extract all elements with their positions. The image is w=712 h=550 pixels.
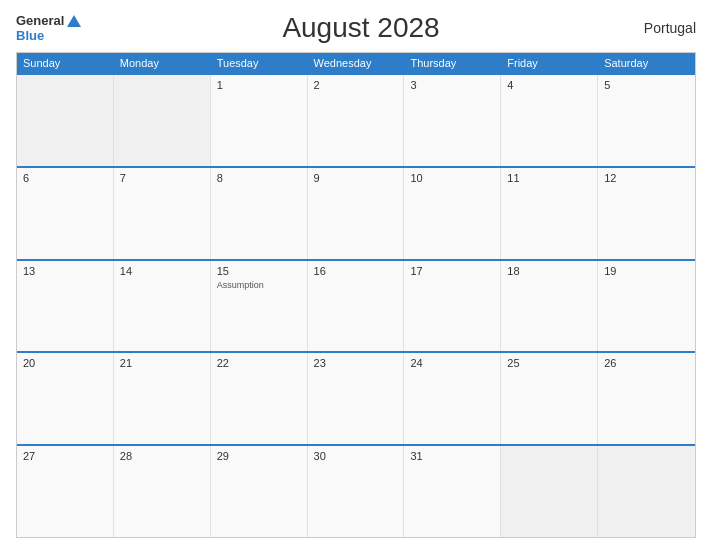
day-number: 19 [604, 265, 689, 278]
day-cell [114, 75, 211, 166]
week-1: 12345 [17, 73, 695, 166]
day-cell: 27 [17, 446, 114, 537]
day-cell: 19 [598, 261, 695, 352]
day-cell: 21 [114, 353, 211, 444]
day-number: 8 [217, 172, 301, 185]
day-cell [598, 446, 695, 537]
day-cell: 17 [404, 261, 501, 352]
day-cell: 4 [501, 75, 598, 166]
day-cell: 7 [114, 168, 211, 259]
day-cell: 11 [501, 168, 598, 259]
day-cell: 24 [404, 353, 501, 444]
day-number: 24 [410, 357, 494, 370]
day-header-saturday: Saturday [598, 53, 695, 73]
day-cell: 26 [598, 353, 695, 444]
day-header-friday: Friday [501, 53, 598, 73]
day-number: 16 [314, 265, 398, 278]
day-number: 17 [410, 265, 494, 278]
day-cell: 1 [211, 75, 308, 166]
day-number: 28 [120, 450, 204, 463]
day-cell: 5 [598, 75, 695, 166]
day-cell: 23 [308, 353, 405, 444]
day-number: 26 [604, 357, 689, 370]
day-number: 21 [120, 357, 204, 370]
logo-triangle-icon [67, 15, 81, 27]
day-cell: 16 [308, 261, 405, 352]
logo-blue: Blue [16, 28, 44, 43]
day-number: 2 [314, 79, 398, 92]
day-cell: 8 [211, 168, 308, 259]
day-cell: 14 [114, 261, 211, 352]
day-headers: SundayMondayTuesdayWednesdayThursdayFrid… [17, 53, 695, 73]
week-4: 20212223242526 [17, 351, 695, 444]
header: GeneralBlueAugust 2028Portugal [16, 12, 696, 44]
week-5: 2728293031 [17, 444, 695, 537]
logo-general: General [16, 13, 64, 28]
day-number: 25 [507, 357, 591, 370]
day-header-sunday: Sunday [17, 53, 114, 73]
day-cell: 18 [501, 261, 598, 352]
day-number: 14 [120, 265, 204, 278]
logo-area: GeneralBlue [16, 13, 86, 43]
page: GeneralBlueAugust 2028Portugal SundayMon… [0, 0, 712, 550]
week-3: 131415Assumption16171819 [17, 259, 695, 352]
day-cell: 20 [17, 353, 114, 444]
day-cell: 12 [598, 168, 695, 259]
day-number: 22 [217, 357, 301, 370]
day-cell: 15Assumption [211, 261, 308, 352]
country-label: Portugal [636, 20, 696, 36]
day-header-thursday: Thursday [404, 53, 501, 73]
day-number: 13 [23, 265, 107, 278]
day-number: 9 [314, 172, 398, 185]
day-number: 15 [217, 265, 301, 278]
day-cell: 13 [17, 261, 114, 352]
day-cell: 30 [308, 446, 405, 537]
day-number: 11 [507, 172, 591, 185]
day-number: 5 [604, 79, 689, 92]
day-number: 12 [604, 172, 689, 185]
day-cell: 29 [211, 446, 308, 537]
day-number: 29 [217, 450, 301, 463]
day-header-monday: Monday [114, 53, 211, 73]
day-number: 4 [507, 79, 591, 92]
day-number: 7 [120, 172, 204, 185]
day-number: 1 [217, 79, 301, 92]
calendar: SundayMondayTuesdayWednesdayThursdayFrid… [16, 52, 696, 538]
day-cell: 22 [211, 353, 308, 444]
day-number: 3 [410, 79, 494, 92]
day-number: 31 [410, 450, 494, 463]
day-cell: 25 [501, 353, 598, 444]
day-cell: 6 [17, 168, 114, 259]
day-number: 27 [23, 450, 107, 463]
day-cell: 2 [308, 75, 405, 166]
day-number: 30 [314, 450, 398, 463]
day-header-wednesday: Wednesday [308, 53, 405, 73]
day-number: 10 [410, 172, 494, 185]
calendar-title: August 2028 [86, 12, 636, 44]
day-cell: 10 [404, 168, 501, 259]
day-number: 20 [23, 357, 107, 370]
week-2: 6789101112 [17, 166, 695, 259]
day-cell: 9 [308, 168, 405, 259]
day-cell: 31 [404, 446, 501, 537]
day-cell [501, 446, 598, 537]
day-cell: 28 [114, 446, 211, 537]
day-header-tuesday: Tuesday [211, 53, 308, 73]
day-cell: 3 [404, 75, 501, 166]
weeks: 123456789101112131415Assumption161718192… [17, 73, 695, 537]
holiday-label: Assumption [217, 280, 301, 291]
day-number: 18 [507, 265, 591, 278]
day-cell [17, 75, 114, 166]
day-number: 6 [23, 172, 107, 185]
day-number: 23 [314, 357, 398, 370]
